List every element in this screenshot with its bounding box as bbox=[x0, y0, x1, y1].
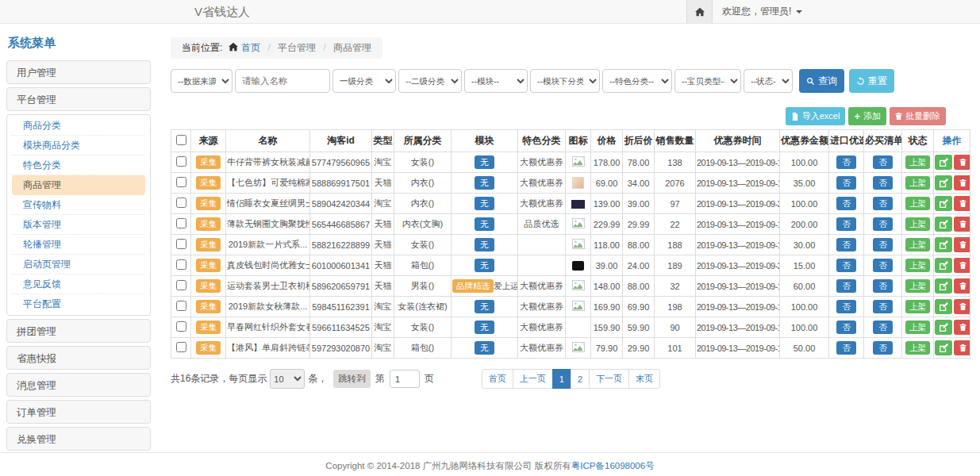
row-checkbox[interactable] bbox=[176, 177, 186, 187]
breadcrumb: 当前位置: 首页 / 平台管理 / 商品管理 bbox=[171, 37, 382, 59]
must-buy-badge: 否 bbox=[873, 197, 893, 209]
delete-button[interactable] bbox=[954, 299, 970, 314]
breadcrumb-separator: / bbox=[323, 42, 325, 53]
import-excel-button[interactable]: 导入excel bbox=[786, 107, 846, 125]
sidebar-item-module-product-category[interactable]: 模块商品分类 bbox=[12, 136, 145, 155]
sidebar-item-save-news[interactable]: 省惠快报 bbox=[6, 346, 151, 370]
edit-button[interactable] bbox=[935, 340, 952, 355]
search-button[interactable]: 查询 bbox=[799, 69, 844, 93]
delete-button[interactable] bbox=[954, 340, 970, 355]
breadcrumb-item-platform: 平台管理 bbox=[278, 42, 316, 53]
table-row: 采集【港风】单肩斜跨链条...597293020870淘宝箱包()无大额优惠券7… bbox=[171, 338, 970, 359]
breadcrumb-home-link[interactable]: 首页 bbox=[241, 42, 260, 53]
sidebar-item-feedback[interactable]: 意见反馈 bbox=[12, 274, 145, 294]
jump-button[interactable]: 跳转到 bbox=[333, 370, 371, 388]
discount-price: 34.00 bbox=[623, 173, 655, 194]
edit-button[interactable] bbox=[935, 258, 952, 273]
home-button[interactable] bbox=[686, 0, 713, 23]
price: 169.90 bbox=[591, 297, 623, 317]
product-name: 早春网红针织外套女春... bbox=[226, 317, 310, 338]
module-cell: 无 bbox=[452, 194, 518, 214]
row-checkbox[interactable] bbox=[176, 156, 186, 167]
edit-button[interactable] bbox=[935, 175, 952, 190]
sidebar: 系统菜单 用户管理平台管理商品分类模块商品分类特色分类商品管理宣传物料版本管理轮… bbox=[6, 24, 151, 452]
filter-status-select[interactable]: --状态-- bbox=[744, 69, 793, 93]
ops-cell bbox=[934, 317, 970, 338]
delete-button[interactable] bbox=[954, 196, 970, 211]
icp-link[interactable]: 粤ICP备16098006号 bbox=[571, 461, 655, 470]
sidebar-item-promo-material[interactable]: 宣传物料 bbox=[12, 195, 145, 215]
pager-first[interactable]: 首页 bbox=[482, 369, 513, 389]
reset-button[interactable]: 重置 bbox=[849, 69, 894, 93]
edit-button[interactable] bbox=[935, 196, 952, 211]
discount-price: 69.90 bbox=[623, 297, 655, 317]
sidebar-item-feature-category[interactable]: 特色分类 bbox=[12, 155, 145, 175]
product-type: 天猫 bbox=[372, 255, 394, 276]
delete-button[interactable] bbox=[954, 237, 970, 252]
batch-delete-button[interactable]: 批量删除 bbox=[890, 107, 946, 125]
filter-data-source-select[interactable]: --数据来源-- bbox=[171, 69, 233, 93]
row-checkbox[interactable] bbox=[176, 280, 186, 290]
pager-page-1[interactable]: 1 bbox=[552, 369, 571, 389]
filter-module-sub-category-select[interactable]: --模块下分类-- bbox=[530, 69, 600, 93]
select-all-checkbox[interactable] bbox=[176, 135, 186, 145]
edit-button[interactable] bbox=[935, 299, 952, 314]
sidebar-item-groupbuy-mgmt[interactable]: 拼团管理 bbox=[6, 319, 151, 343]
sidebar-item-platform-mgmt[interactable]: 平台管理 bbox=[6, 87, 151, 111]
edit-button[interactable] bbox=[935, 237, 952, 252]
sidebar-item-platform-config[interactable]: 平台配置 bbox=[12, 294, 145, 314]
row-checkbox[interactable] bbox=[176, 321, 186, 332]
pager-prev[interactable]: 上一页 bbox=[513, 369, 553, 389]
pager-next[interactable]: 下一页 bbox=[589, 369, 629, 389]
product-name: 薄款无钢圈文胸聚拢性... bbox=[226, 214, 310, 235]
pager-page-2[interactable]: 2 bbox=[571, 369, 590, 389]
delete-button[interactable] bbox=[954, 278, 970, 294]
column-header-import: 进口优选 bbox=[829, 130, 864, 152]
source-badge: 采集 bbox=[196, 217, 221, 230]
row-checkbox[interactable] bbox=[176, 301, 186, 311]
row-checkbox[interactable] bbox=[176, 259, 186, 270]
sidebar-item-user-mgmt[interactable]: 用户管理 bbox=[6, 60, 151, 84]
filter-level1-category-select[interactable]: 一级分类 bbox=[332, 69, 396, 93]
edit-button[interactable] bbox=[935, 320, 952, 335]
filter-feature-category-select[interactable]: --特色分类-- bbox=[602, 69, 672, 93]
sidebar-item-order-mgmt[interactable]: 订单管理 bbox=[6, 400, 151, 424]
module-badge: 无 bbox=[475, 321, 494, 333]
delete-button[interactable] bbox=[954, 217, 970, 232]
add-button[interactable]: + 添加 bbox=[848, 107, 886, 125]
column-header-ops: 操作 bbox=[934, 130, 970, 152]
sidebar-item-product-category[interactable]: 商品分类 bbox=[12, 116, 145, 136]
product-category: 女装(连衣裙) bbox=[394, 297, 452, 317]
sidebar-item-version-mgmt[interactable]: 版本管理 bbox=[12, 215, 145, 235]
column-header-category: 所属分类 bbox=[394, 130, 452, 152]
filter-level2-category-select[interactable]: --二级分类-- bbox=[398, 69, 462, 93]
sidebar-item-carousel-mgmt[interactable]: 轮播管理 bbox=[12, 235, 145, 255]
row-checkbox[interactable] bbox=[176, 342, 186, 352]
breadcrumb-separator: / bbox=[267, 42, 270, 53]
row-checkbox[interactable] bbox=[176, 239, 186, 249]
filter-module-select[interactable]: --模块-- bbox=[464, 69, 528, 93]
page-size-select[interactable]: 10 bbox=[270, 369, 305, 389]
main-layout: 系统菜单 用户管理平台管理商品分类模块商品分类特色分类商品管理宣传物料版本管理轮… bbox=[0, 24, 980, 452]
sidebar-item-splash-page-mgmt[interactable]: 启动页管理 bbox=[12, 255, 145, 274]
coupon-time: 2019-09-13—2019-09-20 bbox=[696, 255, 780, 276]
filter-item-type-select[interactable]: --宝贝类型-- bbox=[674, 69, 741, 93]
coupon-time: 2019-09-13—2019-09-15 bbox=[696, 276, 780, 297]
sidebar-item-message-mgmt[interactable]: 消息管理 bbox=[6, 373, 151, 397]
product-name-input[interactable] bbox=[235, 69, 330, 93]
edit-button[interactable] bbox=[935, 217, 952, 232]
pager-last[interactable]: 末页 bbox=[628, 369, 660, 389]
row-checkbox[interactable] bbox=[176, 218, 186, 228]
delete-button[interactable] bbox=[954, 155, 970, 170]
delete-button[interactable] bbox=[954, 258, 970, 273]
user-menu[interactable]: 欢迎您，管理员! bbox=[713, 5, 812, 18]
delete-button[interactable] bbox=[954, 320, 970, 335]
module-cell: 品牌精选爱上运动 bbox=[452, 276, 518, 297]
page-number-input[interactable] bbox=[390, 370, 420, 388]
row-checkbox[interactable] bbox=[176, 198, 186, 208]
sidebar-item-exchange-mgmt[interactable]: 兑换管理 bbox=[6, 427, 151, 451]
delete-button[interactable] bbox=[954, 175, 970, 190]
sidebar-item-product-mgmt[interactable]: 商品管理 bbox=[12, 175, 145, 195]
edit-button[interactable] bbox=[935, 155, 952, 170]
edit-button[interactable] bbox=[935, 278, 952, 294]
